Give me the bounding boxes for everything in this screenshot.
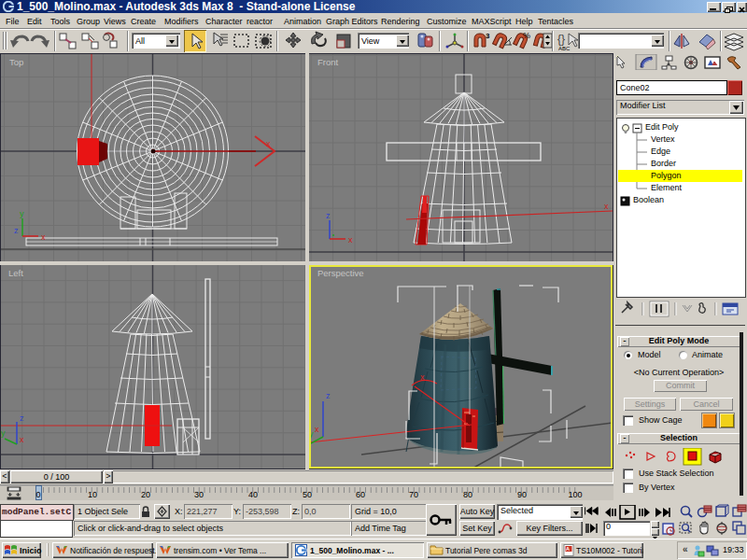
svg-text:ABC: ABC xyxy=(558,46,571,51)
svg-text:y: y xyxy=(1,428,6,438)
svg-text:{}: {} xyxy=(557,33,565,46)
svg-text:Top: Top xyxy=(9,57,23,67)
svg-text:3: 3 xyxy=(486,32,490,40)
svg-text:x: x xyxy=(266,139,271,148)
svg-text:y: y xyxy=(20,209,24,218)
svg-text:z: z xyxy=(14,226,19,235)
svg-text:z: z xyxy=(20,413,24,423)
svg-text:Left: Left xyxy=(8,268,23,278)
svg-text:x: x xyxy=(41,232,46,242)
svg-text:%: % xyxy=(523,31,530,40)
svg-text:x: x xyxy=(604,202,609,211)
svg-text:z: z xyxy=(326,211,331,220)
svg-text:A: A xyxy=(566,546,570,552)
svg-text:x: x xyxy=(348,235,353,245)
svg-text:x: x xyxy=(20,435,24,444)
svg-text:Front: Front xyxy=(317,57,339,67)
